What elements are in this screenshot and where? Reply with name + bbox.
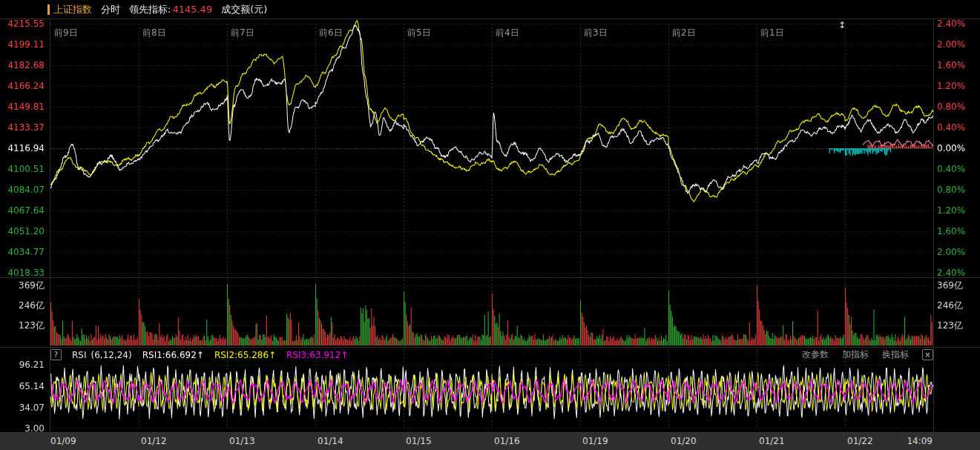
day-offset-label: 前3日 (584, 27, 608, 39)
updown-arrows-icon[interactable]: ↕ (838, 20, 846, 30)
add-indicator-button[interactable]: 加指标 (842, 348, 869, 361)
time-axis-label: 01/09 (50, 433, 76, 450)
time-axis-label: 01/15 (406, 433, 432, 450)
time-axis-label: 01/19 (582, 433, 608, 450)
change-params-button[interactable]: 改参数 (802, 348, 829, 361)
indicator-toolbar: 改参数 加指标 换指标 × (802, 348, 933, 361)
day-offset-label: 前5日 (407, 27, 431, 39)
day-offset-label: 前1日 (760, 27, 784, 39)
rsi-title: RSI (72, 350, 87, 360)
time-axis-label: 01/14 (318, 433, 343, 450)
rsi2-value: RSI2:65.286↑ (214, 350, 276, 360)
rsi3-value: RSI3:63.912↑ (286, 350, 348, 360)
rsi-tick: 34.07 (19, 402, 45, 414)
leading-indicator-label: 领先指标: (129, 4, 171, 15)
day-offset-label: 前7日 (231, 27, 254, 39)
help-icon[interactable]: ? (50, 349, 62, 360)
rsi1-value: RSI1:66.692↑ (142, 350, 204, 360)
rsi-params: (6,12,24) (91, 350, 132, 360)
leading-indicator: 领先指标:4145.49 (129, 3, 212, 16)
time-axis: 01/09 01/12 01/13 01/14 01/15 01/16 01/1… (0, 432, 980, 450)
header-accent-bar (47, 4, 50, 15)
close-icon[interactable]: × (922, 349, 933, 360)
time-axis-label: 01/20 (671, 433, 697, 450)
mode-label[interactable]: 分时 (101, 3, 120, 16)
time-axis-label: 01/12 (141, 433, 167, 450)
time-axis-label: 01/13 (229, 433, 255, 450)
day-offset-label: 前9日 (54, 27, 78, 39)
rsi-axis-left: 96.21 65.14 34.07 3.00 (0, 0, 47, 432)
day-offset-label: 前2日 (672, 27, 696, 39)
time-axis-label: 01/21 (759, 433, 785, 450)
volume-tick: 369亿 (937, 279, 963, 291)
time-axis-label: 01/16 (494, 433, 520, 450)
rsi-tick: 96.21 (19, 359, 45, 371)
volume-tick: 246亿 (937, 300, 963, 311)
day-offset-label: 前6日 (319, 27, 343, 39)
volume-axis-right: 369亿 246亿 123亿 (935, 0, 980, 432)
volume-tick: 123亿 (937, 320, 963, 331)
chart-header: 上证指数 分时 领先指标:4145.49 成交额(元) (0, 0, 980, 19)
index-name[interactable]: 上证指数 (53, 3, 92, 16)
switch-indicator-button[interactable]: 换指标 (882, 348, 909, 361)
time-axis-label: 14:09 (907, 433, 933, 450)
rsi-indicator-header: ? RSI (6,12,24) RSI1:66.692↑ RSI2:65.286… (50, 347, 933, 363)
day-offset-label: 前4日 (496, 27, 519, 39)
day-offset-label: 前8日 (142, 27, 166, 39)
rsi-tick: 65.14 (19, 380, 45, 392)
chart-canvas[interactable] (0, 0, 980, 450)
time-axis-label: 01/22 (847, 433, 873, 450)
stock-chart-app: 上证指数 分时 领先指标:4145.49 成交额(元) ↕ 4215.55 41… (0, 0, 980, 450)
leading-indicator-value: 4145.49 (172, 4, 212, 15)
turnover-label: 成交额(元) (221, 3, 267, 16)
